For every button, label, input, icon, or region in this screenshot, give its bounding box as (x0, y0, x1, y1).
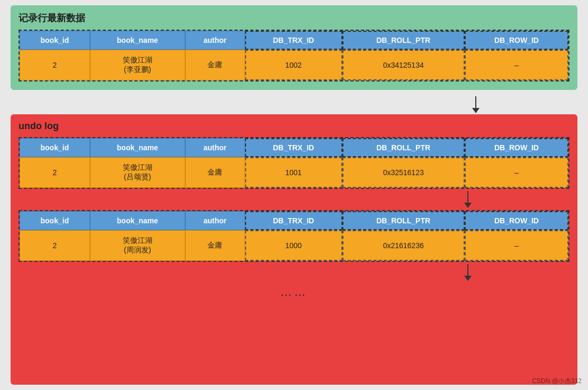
top-td-roll-ptr: 0x34125134 (342, 50, 465, 80)
bottom-section: undo log book_id book_name author DB_TRX… (11, 114, 577, 385)
bottom-section-label: undo log (19, 121, 569, 132)
undo2-td-row-id: – (465, 230, 568, 261)
top-th-row-id: DB_ROW_ID (465, 31, 568, 50)
top-section: 记录行最新数据 book_id book_name author DB_TRX_… (11, 5, 577, 90)
top-td-book-id: 2 (20, 50, 90, 80)
undo1-th-author: author (185, 138, 245, 157)
undo1-td-author: 金庸 (185, 157, 245, 188)
arrow-line-1 (475, 96, 476, 108)
arrow-head-1 (472, 108, 480, 113)
undo2-td-book-name: 笑傲江湖(周润发) (90, 230, 185, 261)
top-th-roll-ptr: DB_ROLL_PTR (342, 31, 465, 50)
undo1-th-roll-ptr: DB_ROLL_PTR (342, 138, 465, 157)
undo2-th-roll-ptr: DB_ROLL_PTR (342, 211, 465, 230)
arrow-head-3 (464, 276, 472, 281)
undo2-th-book-id: book_id (20, 211, 90, 230)
undo2-th-author: author (185, 211, 245, 230)
undo1-td-book-id: 2 (20, 157, 90, 188)
top-th-trx-id: DB_TRX_ID (245, 31, 342, 50)
undo2-td-book-id: 2 (20, 230, 90, 261)
undo-table-2-header-row: book_id book_name author DB_TRX_ID DB_RO… (20, 211, 568, 230)
top-td-book-name: 笑傲江湖(李亚鹏) (90, 50, 185, 80)
top-section-label: 记录行最新数据 (19, 12, 569, 24)
top-td-author: 金庸 (185, 50, 245, 80)
arrow-down-3 (464, 264, 472, 281)
top-table-row: 2 笑傲江湖(李亚鹏) 金庸 1002 0x34125134 – (20, 50, 568, 80)
top-th-author: author (185, 31, 245, 50)
undo1-td-row-id: – (465, 157, 568, 188)
undo2-td-author: 金庸 (185, 230, 245, 261)
arrow-section-2 (19, 191, 569, 208)
top-table: book_id book_name author DB_TRX_ID DB_RO… (19, 30, 569, 81)
undo1-th-row-id: DB_ROW_ID (465, 138, 568, 157)
undo2-th-row-id: DB_ROW_ID (465, 211, 568, 230)
undo2-th-book-name: book_name (90, 211, 185, 230)
top-th-book-id: book_id (20, 31, 90, 50)
top-td-row-id: – (465, 50, 568, 80)
undo2-th-trx-id: DB_TRX_ID (245, 211, 342, 230)
undo1-td-trx-id: 1001 (245, 157, 342, 188)
top-th-book-name: book_name (90, 31, 185, 50)
arrow-section-3 (19, 264, 569, 281)
dots-row: …… (19, 285, 569, 299)
undo1-th-trx-id: DB_TRX_ID (245, 138, 342, 157)
top-td-trx-id: 1002 (245, 50, 342, 80)
undo2-td-trx-id: 1000 (245, 230, 342, 261)
undo1-th-book-id: book_id (20, 138, 90, 157)
arrow-line-3 (467, 264, 468, 276)
undo-table-1-header-row: book_id book_name author DB_TRX_ID DB_RO… (20, 138, 568, 157)
watermark: CSDN @小杰312 (532, 377, 582, 386)
arrow-down-1 (472, 96, 480, 113)
undo-table-2-row: 2 笑傲江湖(周润发) 金庸 1000 0x21616236 – (20, 230, 568, 261)
undo2-td-roll-ptr: 0x21616236 (342, 230, 465, 261)
undo-table-2: book_id book_name author DB_TRX_ID DB_RO… (19, 210, 569, 262)
arrow-section-1 (11, 96, 577, 113)
arrow-line-2 (467, 191, 468, 203)
undo-table-1-row: 2 笑傲江湖(吕颂贤) 金庸 1001 0x32516123 – (20, 157, 568, 188)
arrow-down-2 (464, 191, 472, 208)
main-container: 记录行最新数据 book_id book_name author DB_TRX_… (0, 0, 588, 390)
top-table-header-row: book_id book_name author DB_TRX_ID DB_RO… (20, 31, 568, 50)
undo1-td-roll-ptr: 0x32516123 (342, 157, 465, 188)
arrow-head-2 (464, 203, 472, 208)
undo-table-1: book_id book_name author DB_TRX_ID DB_RO… (19, 137, 569, 189)
undo1-td-book-name: 笑傲江湖(吕颂贤) (90, 157, 185, 188)
undo1-th-book-name: book_name (90, 138, 185, 157)
